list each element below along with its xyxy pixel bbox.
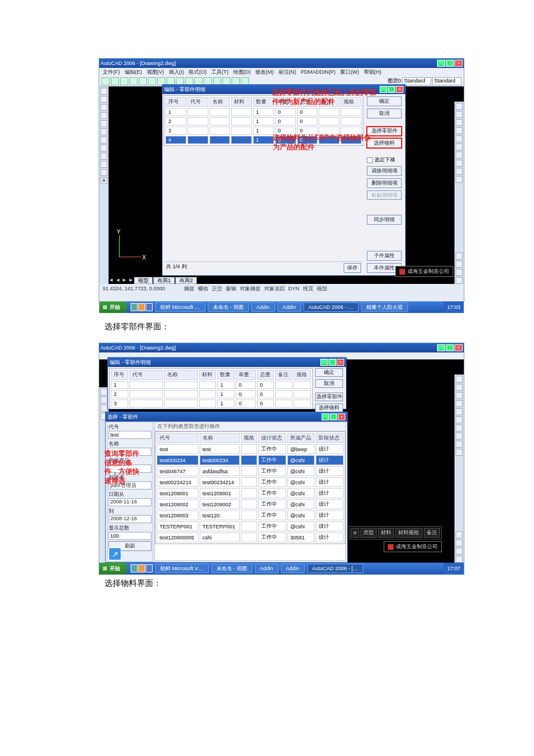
- minimize-icon[interactable]: _: [437, 344, 445, 351]
- grid-cell[interactable]: 0: [275, 127, 296, 135]
- grid-cell[interactable]: [319, 117, 340, 125]
- r-icon[interactable]: [456, 160, 463, 167]
- ql-icon[interactable]: [138, 303, 145, 311]
- grid-cell[interactable]: 0: [236, 390, 256, 398]
- grid-cell[interactable]: [199, 399, 217, 408]
- grid-cell[interactable]: 2: [111, 390, 128, 398]
- menu-pdmaddin[interactable]: PDMADDIN(P): [301, 69, 335, 75]
- menu-draw[interactable]: 绘图(D): [233, 69, 251, 76]
- ql-icon[interactable]: [131, 303, 138, 311]
- grid-cell[interactable]: TESTERP001: [157, 521, 199, 531]
- cancel-button[interactable]: 取消: [367, 109, 402, 118]
- grid-cell[interactable]: 设计: [316, 521, 344, 531]
- task-item[interactable]: Addin: [277, 303, 301, 312]
- r-icon[interactable]: [456, 135, 463, 142]
- grid-cell[interactable]: 设计: [316, 532, 344, 542]
- select-material-button-2[interactable]: 选择物料: [315, 404, 343, 412]
- circle-icon[interactable]: [100, 104, 107, 111]
- grid-cell[interactable]: [319, 136, 340, 144]
- parts-grid-2[interactable]: 序号 代号 名称 材料 数量 单重 总重 备注 规格 1100210031004…: [109, 368, 313, 409]
- col-material[interactable]: 材料: [199, 370, 217, 380]
- ortho-toggle[interactable]: 正交: [212, 285, 222, 293]
- col-unitw[interactable]: 单重: [236, 370, 256, 380]
- grid-cell[interactable]: asfdasdfsa: [200, 466, 240, 476]
- grid-cell[interactable]: [275, 390, 293, 398]
- grid-cell[interactable]: 工作中: [258, 477, 286, 487]
- r-icon[interactable]: [456, 152, 463, 159]
- grid-cell[interactable]: 0: [297, 136, 318, 144]
- osnap-toggle[interactable]: 对象捕捉: [240, 285, 261, 293]
- select-parts-button-2[interactable]: 选择零部件: [315, 393, 343, 401]
- delete-row-button[interactable]: 删除明细项: [367, 178, 402, 188]
- dlg-max-icon[interactable]: □: [330, 413, 337, 420]
- mtext-icon[interactable]: A: [100, 177, 107, 184]
- select-grid[interactable]: 代号 名称 规格 设计状态 所属产品 阶段状态 testtest工作中@beep…: [155, 431, 345, 544]
- grid-cell[interactable]: 工作中: [258, 510, 286, 520]
- dim-icon[interactable]: [100, 145, 107, 152]
- grid-cell[interactable]: 0: [297, 117, 318, 125]
- task-item[interactable]: 未命名 - 画图: [208, 303, 249, 312]
- grid-cell[interactable]: 0: [297, 108, 318, 116]
- grid-cell[interactable]: 工作中: [258, 455, 286, 465]
- grid-cell[interactable]: [241, 488, 258, 498]
- grid-cell[interactable]: [199, 381, 217, 389]
- close-icon[interactable]: ×: [454, 60, 463, 67]
- arc-icon[interactable]: [100, 405, 107, 412]
- rect-icon[interactable]: [100, 120, 107, 127]
- dlg-close-icon[interactable]: ×: [337, 359, 344, 366]
- col-spec[interactable]: 规格: [294, 370, 311, 380]
- tool-icon[interactable]: [129, 77, 138, 85]
- col-seq[interactable]: 序号: [111, 370, 128, 380]
- polyline-icon[interactable]: [100, 96, 107, 103]
- grid-cell[interactable]: @cshi: [287, 488, 315, 498]
- cancel-button-2[interactable]: 取消: [315, 379, 343, 388]
- grid-cell[interactable]: [241, 444, 258, 454]
- grid-cell[interactable]: [187, 108, 208, 116]
- tool-icon[interactable]: [120, 77, 128, 85]
- grid-cell[interactable]: [210, 127, 230, 135]
- point-icon[interactable]: [100, 161, 107, 168]
- r-icon[interactable]: [456, 103, 463, 110]
- grid-cell[interactable]: [341, 117, 362, 125]
- grid-cell[interactable]: test1209002: [157, 499, 199, 509]
- r-icon[interactable]: [456, 168, 463, 175]
- col-totalw[interactable]: 总重: [297, 97, 318, 107]
- grid-cell[interactable]: 0: [236, 381, 256, 389]
- grid-cell[interactable]: @cshi: [287, 466, 315, 476]
- task-item[interactable]: Addin: [251, 303, 275, 312]
- grid-cell[interactable]: [231, 117, 252, 125]
- table-icon[interactable]: [100, 153, 107, 160]
- grid-cell[interactable]: test046747: [157, 466, 199, 476]
- menu-window[interactable]: 窗口(W): [340, 69, 359, 76]
- polar-toggle[interactable]: 极轴: [226, 285, 236, 293]
- text-icon[interactable]: [100, 136, 107, 143]
- grid-cell[interactable]: [210, 117, 230, 125]
- close-icon[interactable]: ×: [454, 344, 463, 351]
- grid-cell[interactable]: 2: [165, 117, 186, 125]
- dlg-min-icon[interactable]: _: [380, 86, 387, 93]
- col-unitw[interactable]: 单重: [275, 97, 296, 107]
- grid-cell[interactable]: 1: [253, 117, 274, 125]
- col-note[interactable]: 备注: [275, 370, 293, 380]
- grid-cell[interactable]: @cshi: [287, 477, 315, 487]
- parts-grid[interactable]: 序号 代号 名称 材料 数量 单重 总重 备注 规格 1100210031004…: [164, 95, 363, 146]
- ok-button-2[interactable]: 确定: [315, 368, 343, 377]
- grid-cell[interactable]: [319, 127, 340, 135]
- select-parts-button[interactable]: 选择零部件: [367, 127, 402, 136]
- dlg-close-icon[interactable]: ×: [338, 413, 345, 420]
- grid-cell[interactable]: 3: [111, 399, 128, 408]
- grid-cell[interactable]: [129, 390, 163, 398]
- grid-cell[interactable]: cshi: [200, 532, 240, 542]
- r-icon[interactable]: [456, 433, 463, 440]
- model-toggle[interactable]: 模型: [317, 285, 327, 293]
- grid-cell[interactable]: [241, 477, 258, 487]
- snap-toggle[interactable]: 捕捉: [184, 285, 194, 293]
- task-item[interactable]: 未命名 - 画图: [211, 564, 252, 573]
- grid-cell[interactable]: test1209003: [157, 510, 199, 520]
- r-icon[interactable]: [456, 269, 463, 276]
- menu-tools[interactable]: 工具(T): [211, 69, 229, 76]
- style-combo-2[interactable]: Standard: [432, 77, 461, 85]
- col-name[interactable]: 名称: [210, 97, 230, 107]
- lw-toggle[interactable]: 线宽: [303, 285, 313, 293]
- grid-cell[interactable]: [187, 127, 208, 135]
